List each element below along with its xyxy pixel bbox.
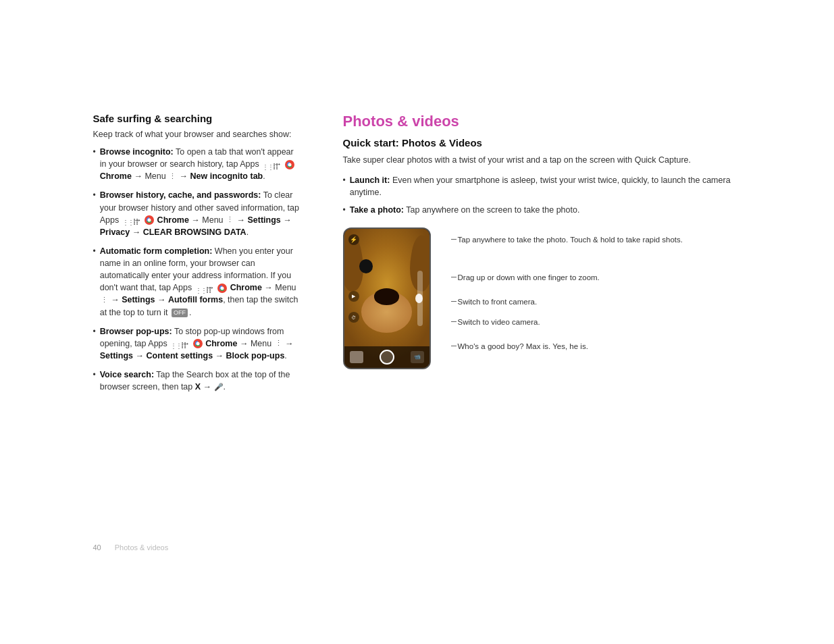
settings-text: Settings: [122, 295, 155, 304]
annotation-front-camera: Switch to front camera.: [451, 296, 741, 307]
bullet-text: Voice search: Tap the Search box at the …: [100, 369, 303, 393]
bullet-text: Browser history, cache, and passwords: T…: [100, 189, 303, 238]
chrome-text: Chrome: [205, 339, 237, 348]
chrome-icon: [285, 160, 294, 169]
bullet-label: Launch it:: [350, 176, 390, 185]
bullet-text: Take a photo: Tap anywhere on the screen…: [350, 204, 741, 216]
apps-icon: ⁞⁞: [122, 216, 130, 224]
apps-icon: ⁞⁞: [262, 161, 270, 169]
settings-text: Settings: [247, 215, 280, 225]
block-popups-text: Block pop-ups: [226, 351, 285, 360]
clear-text: CLEAR BROWSING DATA: [143, 227, 246, 237]
left-column: Safe surfing & searching Keep track of w…: [93, 113, 303, 531]
right-bullet-list: • Launch it: Even when your smartphone i…: [343, 174, 741, 217]
off-badge: OFF: [172, 308, 188, 317]
menu-dots: ⋮: [101, 295, 108, 306]
list-item: • Browser history, cache, and passwords:…: [93, 189, 303, 238]
bullet-dot: •: [343, 175, 346, 186]
autofill-text: Autofill forms: [168, 295, 223, 304]
annotations-container: Tap anywhere to take the photo. Touch & …: [451, 227, 741, 369]
annotation-drag-zoom: Drag up or down with one finger to zoom.: [451, 272, 741, 283]
privacy-text: Privacy: [100, 227, 130, 237]
list-item: • Browser pop-ups: To stop pop-up window…: [93, 325, 303, 362]
chrome-text: Chrome: [100, 171, 132, 181]
annotation-video-camera: Switch to video camera.: [451, 317, 741, 327]
dog-nose: [374, 288, 400, 305]
annotation-tap-anywhere: Tap anywhere to take the photo. Touch & …: [451, 234, 741, 245]
camera-image-wrapper: ⚡ ▶ ⏱ 📹: [343, 227, 438, 369]
bullet-dot: •: [93, 326, 96, 338]
list-item: • Launch it: Even when your smartphone i…: [343, 174, 741, 198]
page-footer: 40 Photos & videos: [93, 543, 169, 552]
right-intro: Take super clear photos with a twist of …: [343, 154, 741, 166]
bullet-text: Automatic form completion: When you ente…: [100, 245, 303, 319]
chrome-text: Chrome: [230, 283, 262, 292]
bullet-label: Browser history, cache, and passwords:: [100, 190, 261, 200]
left-section-title: Safe surfing & searching: [93, 113, 303, 124]
menu-dots: ⋮: [169, 171, 176, 182]
footer-section-label: Photos & videos: [115, 543, 169, 552]
bullet-dot: •: [93, 369, 96, 381]
bullet-text: Browser pop-ups: To stop pop-up windows …: [100, 325, 303, 362]
dog-ear-right: [405, 234, 429, 293]
chrome-icon: [217, 284, 227, 293]
footer-page-number: 40: [93, 543, 101, 552]
bullet-label: Browser pop-ups:: [100, 327, 172, 336]
bullet-dot: •: [93, 146, 96, 158]
bullet-dot: •: [93, 190, 96, 201]
menu-dots: ⋮: [226, 215, 234, 225]
list-item: • Browse incognito: To open a tab that w…: [93, 146, 303, 182]
bullet-label: Take a photo:: [350, 205, 404, 215]
camera-phone: ⚡ ▶ ⏱ 📹: [343, 227, 431, 369]
content-settings-text: Content settings: [146, 351, 213, 360]
settings-text: Settings: [100, 351, 133, 360]
chrome-text: Chrome: [157, 215, 189, 225]
x-label: X: [195, 382, 201, 392]
bullet-text: Launch it: Even when your smartphone is …: [350, 174, 741, 198]
camera-section: ⚡ ▶ ⏱ 📹: [343, 227, 741, 369]
page-container: Safe surfing & searching Keep track of w…: [93, 86, 741, 558]
list-item: • Voice search: Tap the Search box at th…: [93, 369, 303, 393]
bullet-label: Automatic form completion:: [100, 246, 213, 256]
apps-icon: ⁞⁞: [170, 340, 178, 348]
dog-eye: [359, 259, 373, 273]
annotation-caption: Who's a good boy? Max is. Yes, he is.: [451, 341, 741, 352]
bullet-dot: •: [93, 246, 96, 257]
bullet-text: Browse incognito: To open a tab that won…: [100, 146, 303, 182]
bullet-label: Browse incognito:: [100, 147, 174, 157]
apps-icon: ⁞⁞: [195, 284, 203, 292]
left-section-intro: Keep track of what your browser and sear…: [93, 130, 303, 139]
dog-face-image: [344, 229, 429, 368]
new-incognito-text: New incognito tab: [190, 171, 263, 181]
menu-dots: ⋮: [275, 338, 282, 349]
right-section-title: Photos & videos: [343, 113, 741, 130]
right-subsection-title: Quick start: Photos & Videos: [343, 137, 741, 149]
chrome-icon: [193, 339, 203, 348]
bullet-label: Voice search:: [100, 370, 154, 379]
chrome-icon: [145, 215, 154, 225]
list-item: • Automatic form completion: When you en…: [93, 245, 303, 319]
list-item: • Take a photo: Tap anywhere on the scre…: [343, 204, 741, 216]
bullet-dot: •: [343, 205, 346, 216]
mic-icon: 🎤: [214, 382, 224, 393]
right-column: Photos & videos Quick start: Photos & Vi…: [343, 113, 741, 531]
left-bullet-list: • Browse incognito: To open a tab that w…: [93, 146, 303, 393]
